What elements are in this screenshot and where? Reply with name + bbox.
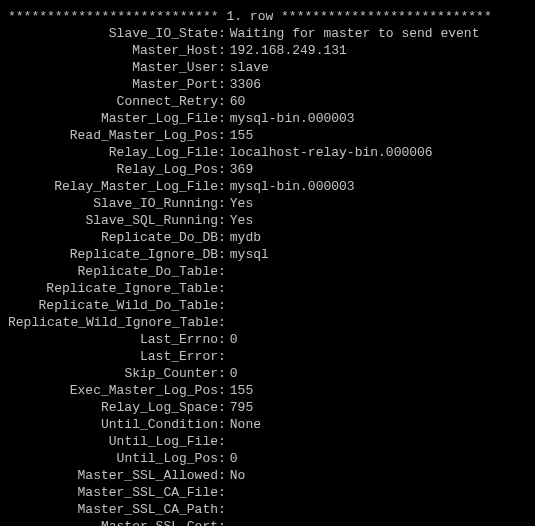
status-row: Master_SSL_CA_Path: — [8, 501, 527, 518]
status-row: Master_SSL_Cert: — [8, 518, 527, 526]
status-value: Waiting for master to send event — [230, 25, 480, 42]
status-value: 795 — [230, 399, 253, 416]
status-row: Slave_IO_Running: Yes — [8, 195, 527, 212]
separator: : — [218, 297, 230, 314]
status-row: Until_Log_File: — [8, 433, 527, 450]
status-value: localhost-relay-bin.000006 — [230, 144, 433, 161]
status-value: No — [230, 467, 246, 484]
status-row: Master_Log_File: mysql-bin.000003 — [8, 110, 527, 127]
separator: : — [218, 314, 230, 331]
separator: : — [218, 212, 230, 229]
status-value: 60 — [230, 93, 246, 110]
separator: : — [218, 263, 230, 280]
status-rows: Slave_IO_State: Waiting for master to se… — [8, 25, 527, 526]
status-label: Last_Error — [8, 348, 218, 365]
status-value: None — [230, 416, 261, 433]
status-label: Connect_Retry — [8, 93, 218, 110]
separator: : — [218, 144, 230, 161]
status-label: Replicate_Do_Table — [8, 263, 218, 280]
status-value: 369 — [230, 161, 253, 178]
status-value: 3306 — [230, 76, 261, 93]
status-label: Exec_Master_Log_Pos — [8, 382, 218, 399]
status-value: slave — [230, 59, 269, 76]
separator: : — [218, 76, 230, 93]
separator: : — [218, 382, 230, 399]
separator: : — [218, 501, 230, 518]
status-row: Replicate_Wild_Ignore_Table: — [8, 314, 527, 331]
status-value: 192.168.249.131 — [230, 42, 347, 59]
separator: : — [218, 178, 230, 195]
separator: : — [218, 365, 230, 382]
separator: : — [218, 42, 230, 59]
separator: : — [218, 59, 230, 76]
status-value: mysql — [230, 246, 269, 263]
status-row: Last_Errno: 0 — [8, 331, 527, 348]
status-label: Replicate_Wild_Ignore_Table — [8, 314, 218, 331]
status-value: 155 — [230, 382, 253, 399]
status-label: Master_Log_File — [8, 110, 218, 127]
separator: : — [218, 246, 230, 263]
status-value: 0 — [230, 450, 238, 467]
separator: : — [218, 195, 230, 212]
status-value: 0 — [230, 365, 238, 382]
separator: : — [218, 484, 230, 501]
status-row: Relay_Log_File: localhost-relay-bin.0000… — [8, 144, 527, 161]
status-label: Relay_Log_Space — [8, 399, 218, 416]
separator: : — [218, 110, 230, 127]
separator: : — [218, 93, 230, 110]
status-label: Until_Condition — [8, 416, 218, 433]
status-row: Master_SSL_CA_File: — [8, 484, 527, 501]
header-label: 1. row — [219, 9, 281, 24]
status-row: Relay_Log_Pos: 369 — [8, 161, 527, 178]
status-value: Yes — [230, 195, 253, 212]
separator: : — [218, 348, 230, 365]
status-value: 155 — [230, 127, 253, 144]
status-label: Replicate_Ignore_Table — [8, 280, 218, 297]
separator: : — [218, 25, 230, 42]
separator: : — [218, 450, 230, 467]
separator: : — [218, 467, 230, 484]
row-header: *************************** 1. row *****… — [8, 8, 527, 25]
separator: : — [218, 280, 230, 297]
status-value: mysql-bin.000003 — [230, 178, 355, 195]
status-label: Relay_Log_Pos — [8, 161, 218, 178]
status-label: Replicate_Do_DB — [8, 229, 218, 246]
separator: : — [218, 518, 230, 526]
status-label: Skip_Counter — [8, 365, 218, 382]
status-value: mydb — [230, 229, 261, 246]
status-label: Master_SSL_CA_Path — [8, 501, 218, 518]
status-label: Last_Errno — [8, 331, 218, 348]
header-right-stars: *************************** — [281, 9, 492, 24]
status-row: Replicate_Do_Table: — [8, 263, 527, 280]
separator: : — [218, 161, 230, 178]
separator: : — [218, 229, 230, 246]
status-label: Master_User — [8, 59, 218, 76]
status-value: mysql-bin.000003 — [230, 110, 355, 127]
status-row: Master_Host: 192.168.249.131 — [8, 42, 527, 59]
status-value: 0 — [230, 331, 238, 348]
status-label: Relay_Master_Log_File — [8, 178, 218, 195]
status-row: Master_User: slave — [8, 59, 527, 76]
status-row: Replicate_Do_DB: mydb — [8, 229, 527, 246]
status-row: Relay_Log_Space: 795 — [8, 399, 527, 416]
status-row: Replicate_Ignore_Table: — [8, 280, 527, 297]
separator: : — [218, 331, 230, 348]
status-row: Replicate_Ignore_DB: mysql — [8, 246, 527, 263]
status-value: Yes — [230, 212, 253, 229]
status-label: Slave_IO_State — [8, 25, 218, 42]
status-row: Master_Port: 3306 — [8, 76, 527, 93]
status-label: Replicate_Ignore_DB — [8, 246, 218, 263]
status-label: Slave_IO_Running — [8, 195, 218, 212]
status-label: Replicate_Wild_Do_Table — [8, 297, 218, 314]
status-label: Until_Log_Pos — [8, 450, 218, 467]
separator: : — [218, 127, 230, 144]
separator: : — [218, 399, 230, 416]
status-row: Slave_IO_State: Waiting for master to se… — [8, 25, 527, 42]
status-row: Until_Condition: None — [8, 416, 527, 433]
status-row: Master_SSL_Allowed: No — [8, 467, 527, 484]
status-row: Read_Master_Log_Pos: 155 — [8, 127, 527, 144]
status-row: Slave_SQL_Running: Yes — [8, 212, 527, 229]
status-label: Until_Log_File — [8, 433, 218, 450]
status-row: Last_Error: — [8, 348, 527, 365]
status-label: Master_SSL_Allowed — [8, 467, 218, 484]
